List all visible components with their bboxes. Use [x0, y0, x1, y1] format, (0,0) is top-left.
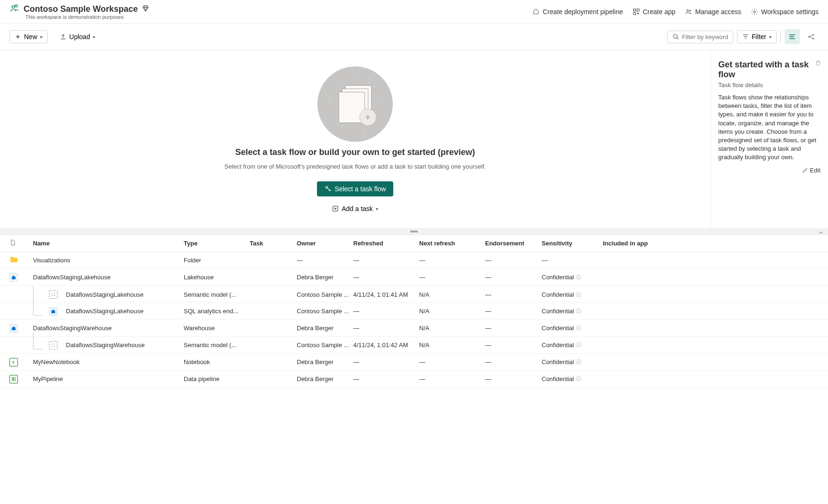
upload-button[interactable]: Upload ▾ [55, 31, 100, 43]
row-icon-cell [9, 273, 33, 282]
manage-access-button[interactable]: Manage access [685, 8, 741, 16]
rocket-icon [532, 8, 540, 16]
chevron-down-icon: ▾ [376, 206, 378, 211]
cell-sensitivity: Confidential ⓘ [542, 308, 603, 315]
row-icon-cell [9, 324, 33, 333]
cell-refreshed: — [353, 325, 419, 332]
svg-point-6 [690, 10, 691, 11]
svg-rect-3 [637, 9, 639, 11]
info-icon[interactable]: ⓘ [576, 358, 581, 366]
plus-icon [15, 33, 21, 40]
column-icon[interactable] [9, 239, 33, 247]
item-name[interactable]: MyPipeline [33, 375, 63, 382]
cell-sensitivity: Confidential ⓘ [542, 375, 603, 382]
cell-next-refresh: — [419, 257, 485, 264]
item-name[interactable]: DataflowsStagingLakehouse [66, 291, 144, 298]
lineage-view-button[interactable] [804, 29, 819, 44]
svg-point-18 [52, 343, 53, 344]
cell-type: SQL analytics end... [184, 308, 250, 315]
warehouse-icon [9, 324, 18, 333]
item-name[interactable]: DataflowsStagingWarehouse [66, 341, 145, 349]
cell-name: DataflowsStagingLakehouse [33, 274, 184, 281]
table-row[interactable]: MyNewNotebookNotebookDebra Berger———Conf… [0, 354, 828, 371]
create-pipeline-button[interactable]: Create deployment pipeline [532, 8, 623, 16]
collapse-chevron-icon[interactable]: ︽ [819, 228, 823, 235]
cell-name: MyPipeline [33, 375, 184, 382]
cell-name: DataflowsStagingWarehouse [33, 341, 184, 350]
new-button[interactable]: New ▾ [9, 30, 48, 43]
info-icon[interactable]: ⓘ [576, 274, 581, 281]
item-name[interactable]: DataflowsStagingLakehouse [33, 274, 111, 281]
cell-next-refresh: N/A [419, 308, 485, 315]
splitter[interactable]: ︽ [0, 228, 828, 235]
cell-owner: Debra Berger [297, 375, 353, 382]
column-next-refresh[interactable]: Next refresh [419, 240, 485, 247]
info-icon[interactable]: ⓘ [576, 341, 581, 349]
cell-next-refresh: N/A [419, 291, 485, 298]
column-type[interactable]: Type [184, 240, 250, 247]
info-icon[interactable]: ⓘ [576, 375, 581, 382]
taskflow-icon [325, 185, 332, 193]
row-icon-cell [9, 375, 33, 383]
table-row[interactable]: DataflowsStagingLakehouseSemantic model … [0, 286, 828, 303]
svg-rect-2 [633, 9, 636, 11]
svg-point-20 [52, 346, 53, 347]
create-app-button[interactable]: Create app [633, 8, 675, 16]
column-sensitivity[interactable]: Sensitivity [542, 240, 603, 247]
column-task[interactable]: Task [250, 240, 297, 247]
info-icon[interactable]: ⓘ [576, 291, 581, 298]
table-row[interactable]: DataflowsStagingWarehouseWarehouseDebra … [0, 320, 828, 337]
svg-point-21 [54, 346, 55, 347]
cell-owner: Contoso Sample ... [297, 308, 353, 315]
add-task-button[interactable]: Add a task ▾ [332, 205, 378, 212]
item-name[interactable]: MyNewNotebook [33, 358, 80, 366]
table-row[interactable]: DataflowsStagingLakehouseLakehouseDebra … [0, 269, 828, 286]
cell-name: DataflowsStagingLakehouse [33, 286, 184, 303]
table-row[interactable]: MyPipelineData pipelineDebra Berger———Co… [0, 371, 828, 388]
list-icon [788, 33, 796, 41]
app-icon [633, 8, 640, 16]
cell-refreshed: — [353, 358, 419, 366]
select-taskflow-button[interactable]: Select a task flow [317, 181, 394, 196]
cell-sensitivity: — [542, 257, 603, 264]
workspace-settings-button[interactable]: Workspace settings [751, 8, 819, 16]
cell-endorsement: — [485, 291, 542, 298]
cell-endorsement: — [485, 257, 542, 264]
lakehouse-icon [9, 273, 18, 282]
workspace-header: Contoso Sample Workspace This workspace … [0, 0, 828, 24]
cell-owner: Debra Berger [297, 358, 353, 366]
cell-name: DataflowsStagingLakehouse [33, 307, 184, 316]
pipeline-icon [9, 375, 18, 383]
table-row[interactable]: DataflowsStagingWarehouseSemantic model … [0, 337, 828, 354]
filter-icon [742, 33, 749, 40]
svg-point-19 [54, 343, 55, 344]
filter-button[interactable]: Filter ▾ [737, 30, 777, 43]
svg-point-9 [808, 36, 810, 38]
column-name[interactable]: Name [33, 240, 184, 247]
item-name[interactable]: DataflowsStagingWarehouse [33, 325, 112, 332]
item-name[interactable]: Visualizations [33, 257, 70, 264]
item-name[interactable]: DataflowsStagingLakehouse [66, 308, 144, 315]
cell-owner: — [297, 257, 353, 264]
list-view-button[interactable] [785, 29, 800, 44]
info-icon[interactable]: ⓘ [576, 308, 581, 315]
table-row[interactable]: DataflowsStagingLakehouseSQL analytics e… [0, 303, 828, 320]
table-row[interactable]: VisualizationsFolder————— [0, 252, 828, 269]
cell-endorsement: — [485, 375, 542, 382]
svg-point-0 [12, 6, 15, 8]
filter-search-input[interactable] [667, 31, 733, 43]
cell-sensitivity: Confidential ⓘ [542, 274, 603, 281]
chevron-down-icon: ▾ [93, 34, 95, 40]
notebook-icon [9, 358, 18, 366]
column-endorsement[interactable]: Endorsement [485, 240, 542, 247]
info-icon[interactable]: ⓘ [576, 325, 581, 332]
column-owner[interactable]: Owner [297, 240, 353, 247]
gear-icon [751, 8, 758, 16]
delete-button[interactable] [815, 60, 821, 68]
column-refreshed[interactable]: Refreshed [353, 240, 419, 247]
column-included[interactable]: Included in app [603, 240, 669, 247]
cell-endorsement: — [485, 308, 542, 315]
edit-button[interactable]: Edit [802, 167, 820, 174]
cell-refreshed: — [353, 257, 419, 264]
cell-next-refresh: — [419, 274, 485, 281]
